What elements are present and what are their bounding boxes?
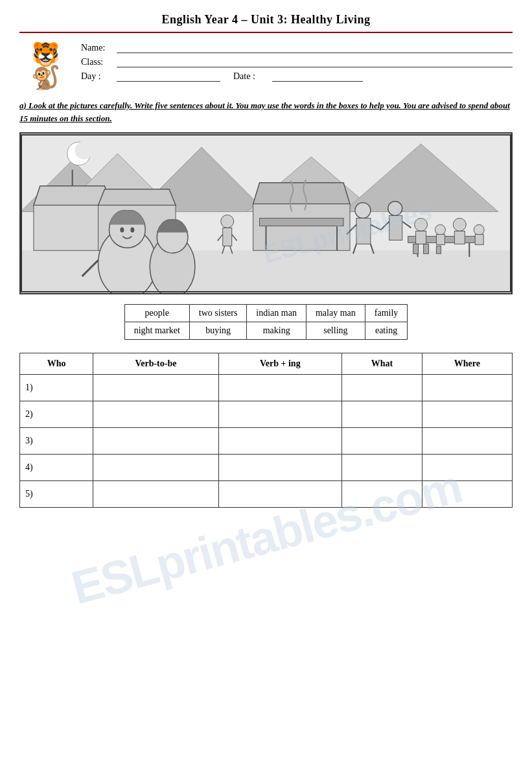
instructions: a) Look at the pictures carefully. Write… bbox=[19, 99, 513, 124]
svg-marker-14 bbox=[253, 183, 350, 204]
word-buying: buying bbox=[189, 322, 247, 340]
header-verb-to-be: Verb-to-be bbox=[93, 353, 218, 375]
scene-image: ESLprintables bbox=[19, 132, 513, 294]
svg-point-50 bbox=[453, 218, 466, 231]
word-eating: eating bbox=[365, 322, 408, 340]
word-boxes: people two sisters indian man malay man … bbox=[19, 304, 513, 340]
class-label: Class: bbox=[81, 57, 117, 67]
row-2-where[interactable] bbox=[422, 401, 512, 428]
row-5-verb-ing[interactable] bbox=[218, 481, 341, 508]
row-4-what[interactable] bbox=[341, 455, 422, 481]
svg-point-48 bbox=[435, 224, 445, 235]
row-4-verb-to-be[interactable] bbox=[93, 455, 218, 481]
day-line bbox=[117, 71, 220, 82]
table-row: 1) bbox=[20, 375, 513, 401]
class-line bbox=[117, 57, 513, 67]
row-2-verb-to-be[interactable] bbox=[93, 401, 218, 428]
svg-rect-54 bbox=[413, 244, 419, 254]
row-3-num: 3) bbox=[20, 428, 93, 455]
svg-rect-49 bbox=[436, 234, 445, 244]
header-verb-ing: Verb + ing bbox=[218, 353, 341, 375]
svg-rect-38 bbox=[223, 228, 232, 246]
svg-point-37 bbox=[221, 215, 234, 228]
table-row: 3) bbox=[20, 428, 513, 455]
date-line bbox=[272, 71, 363, 82]
row-1-num: 1) bbox=[20, 375, 93, 401]
row-2-what[interactable] bbox=[341, 401, 422, 428]
row-4-num: 4) bbox=[20, 455, 93, 481]
form-fields: Name: Class: Day : Date : bbox=[81, 43, 513, 86]
row-5-what[interactable] bbox=[341, 481, 422, 508]
table-row: 4) bbox=[20, 455, 513, 481]
row-3-verb-to-be[interactable] bbox=[93, 428, 218, 455]
svg-rect-53 bbox=[475, 234, 483, 244]
row-3-verb-ing[interactable] bbox=[218, 428, 341, 455]
svg-point-31 bbox=[120, 227, 124, 232]
svg-rect-51 bbox=[454, 231, 465, 244]
header-who: Who bbox=[20, 353, 93, 375]
word-night-market: night market bbox=[124, 322, 189, 340]
day-label: Day : bbox=[81, 71, 117, 82]
svg-rect-56 bbox=[436, 246, 441, 254]
page-title: English Year 4 – Unit 3: Healthy Living bbox=[19, 13, 513, 27]
word-table: people two sisters indian man malay man … bbox=[124, 304, 408, 340]
row-5-where[interactable] bbox=[422, 481, 512, 508]
word-selling: selling bbox=[306, 322, 365, 340]
row-4-verb-ing[interactable] bbox=[218, 455, 341, 481]
svg-point-7 bbox=[75, 141, 93, 160]
date-label: Date : bbox=[233, 71, 269, 82]
word-indian-man: indian man bbox=[247, 305, 306, 322]
word-malay-man: malay man bbox=[306, 305, 365, 322]
name-line bbox=[117, 43, 513, 53]
tiger-icon: 🐯 bbox=[31, 43, 60, 66]
icons-box: 🐯 🐒 bbox=[19, 43, 71, 89]
svg-point-52 bbox=[474, 224, 484, 235]
row-1-what[interactable] bbox=[341, 375, 422, 401]
row-1-where[interactable] bbox=[422, 375, 512, 401]
row-2-verb-ing[interactable] bbox=[218, 401, 341, 428]
row-5-verb-to-be[interactable] bbox=[93, 481, 218, 508]
word-two-sisters: two sisters bbox=[189, 305, 247, 322]
row-5-num: 5) bbox=[20, 481, 93, 508]
word-people: people bbox=[124, 305, 189, 322]
svg-rect-55 bbox=[424, 244, 429, 254]
name-label: Name: bbox=[81, 43, 117, 53]
monkey-icon: 🐒 bbox=[31, 66, 60, 89]
word-family: family bbox=[365, 305, 408, 322]
row-3-what[interactable] bbox=[341, 428, 422, 455]
row-1-verb-ing[interactable] bbox=[218, 375, 341, 401]
row-1-verb-to-be[interactable] bbox=[93, 375, 218, 401]
header-where: Where bbox=[422, 353, 512, 375]
table-row: 2) bbox=[20, 401, 513, 428]
table-row: 5) bbox=[20, 481, 513, 508]
svg-marker-12 bbox=[98, 189, 176, 206]
svg-rect-47 bbox=[416, 231, 426, 244]
svg-point-32 bbox=[130, 227, 134, 232]
row-4-where[interactable] bbox=[422, 455, 512, 481]
word-making: making bbox=[247, 322, 306, 340]
answer-table: Who Verb-to-be Verb + ing What Where 1) … bbox=[19, 353, 513, 508]
row-2-num: 2) bbox=[20, 401, 93, 428]
header-what: What bbox=[341, 353, 422, 375]
row-3-where[interactable] bbox=[422, 428, 512, 455]
